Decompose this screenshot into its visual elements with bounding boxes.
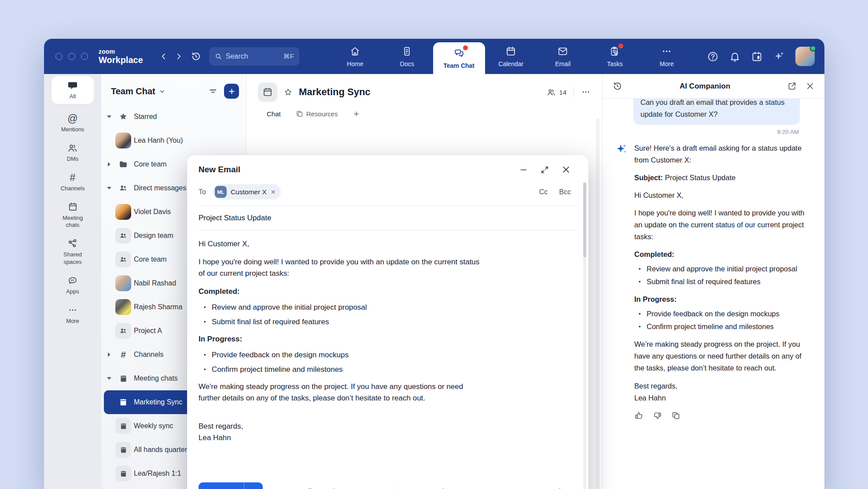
chat-list-title: Team Chat bbox=[111, 86, 155, 96]
email-signoff: Best regards, bbox=[199, 421, 484, 432]
chevron-expanded-icon[interactable] bbox=[107, 115, 111, 118]
emoji-button[interactable] bbox=[329, 488, 339, 489]
nav-tab-email[interactable]: Email bbox=[537, 39, 589, 74]
traffic-light-close[interactable] bbox=[55, 53, 63, 60]
encrypt-button[interactable] bbox=[413, 488, 423, 489]
chevron-collapsed-icon[interactable] bbox=[108, 162, 110, 167]
send-button[interactable]: Send bbox=[199, 482, 244, 489]
at-icon: @ bbox=[67, 113, 77, 124]
to-field[interactable]: To ML Customer X ✕ Cc Bcc bbox=[199, 182, 577, 206]
ai-history-button[interactable] bbox=[612, 81, 622, 91]
ai-in-progress-list: Provide feedback on the design mockups C… bbox=[637, 308, 808, 333]
navbar-right bbox=[707, 47, 815, 66]
thumbs-up-button[interactable] bbox=[634, 411, 644, 420]
ai-signature: Lea Hahn bbox=[634, 392, 808, 404]
signature-button[interactable] bbox=[436, 488, 446, 489]
chevron-collapsed-icon[interactable] bbox=[108, 352, 110, 357]
members-button[interactable]: 14 bbox=[547, 88, 566, 97]
modal-scrollbar-thumb[interactable] bbox=[583, 182, 586, 257]
member-count: 14 bbox=[559, 89, 566, 96]
email-icon bbox=[557, 45, 568, 57]
nav-tab-team-chat[interactable]: Team Chat bbox=[433, 42, 485, 74]
history-button[interactable] bbox=[188, 48, 204, 64]
modal-scrollbar-track[interactable] bbox=[583, 182, 586, 489]
ai-compose-button[interactable] bbox=[483, 488, 493, 489]
user-avatar[interactable] bbox=[795, 47, 815, 66]
rail-item-meeting-chats[interactable]: Meeting chats bbox=[56, 202, 89, 230]
format-button[interactable] bbox=[282, 488, 292, 489]
traffic-light-zoom[interactable] bbox=[81, 53, 88, 60]
nav-tab-docs[interactable]: Docs bbox=[381, 39, 433, 74]
section-starred[interactable]: Starred bbox=[101, 105, 246, 129]
search-input[interactable]: Search ⌘F bbox=[209, 47, 299, 66]
tab-chat[interactable]: Chat bbox=[267, 110, 281, 118]
filter-button[interactable] bbox=[208, 86, 218, 96]
template-button[interactable] bbox=[460, 488, 470, 489]
chat-list-title-button[interactable]: Team Chat bbox=[111, 86, 166, 96]
file-icon bbox=[305, 488, 316, 489]
chat-item-lea-hanh[interactable]: Lea Hanh (You) bbox=[101, 129, 246, 152]
rail-item-shared-spaces[interactable]: Shared spaces bbox=[56, 238, 89, 266]
chevron-expanded-icon[interactable] bbox=[107, 187, 111, 189]
message-timestamp: 9:20 AM bbox=[615, 129, 799, 135]
nav-tab-home[interactable]: Home bbox=[329, 39, 381, 74]
expand-button[interactable] bbox=[540, 165, 549, 174]
chat-list-header: Team Chat bbox=[101, 81, 246, 105]
remove-recipient-icon[interactable]: ✕ bbox=[271, 189, 276, 196]
rail-item-channels[interactable]: # Channels bbox=[61, 172, 85, 193]
close-button[interactable] bbox=[561, 165, 571, 174]
rail-item-more[interactable]: More bbox=[66, 305, 79, 325]
cc-button[interactable]: Cc bbox=[539, 188, 548, 196]
tab-resources[interactable]: Resources bbox=[296, 110, 338, 118]
rail-item-all[interactable]: All bbox=[51, 76, 94, 104]
subject-field[interactable]: Project Status Update bbox=[199, 206, 577, 230]
forward-button[interactable] bbox=[171, 49, 186, 64]
chevron-right-icon bbox=[174, 52, 183, 61]
bcc-button[interactable]: Bcc bbox=[559, 188, 571, 196]
ai-sparkle-icon bbox=[615, 142, 628, 420]
minimize-button[interactable] bbox=[519, 165, 528, 174]
chevron-down-icon bbox=[159, 88, 166, 95]
favorite-star-icon[interactable] bbox=[283, 88, 293, 97]
calendar-filled-icon bbox=[113, 374, 134, 383]
docs-icon bbox=[401, 45, 412, 57]
image-button[interactable] bbox=[352, 488, 362, 489]
ai-close-button[interactable] bbox=[805, 82, 815, 91]
chat-scrollbar[interactable] bbox=[596, 118, 600, 489]
attach-file-button[interactable] bbox=[305, 488, 316, 489]
help-icon[interactable] bbox=[707, 51, 719, 63]
nav-tab-label: Email bbox=[555, 60, 570, 67]
schedule-icon[interactable] bbox=[751, 51, 763, 63]
recipient-chip[interactable]: ML Customer X ✕ bbox=[213, 184, 281, 200]
add-tab-button[interactable] bbox=[353, 110, 360, 118]
nav-tab-tasks[interactable]: Tasks bbox=[589, 39, 641, 74]
ai-companion-icon[interactable] bbox=[773, 50, 785, 63]
ai-greeting: Hi Customer X, bbox=[634, 189, 808, 201]
thumbs-up-icon bbox=[634, 411, 644, 420]
rail-item-dms[interactable]: DMs bbox=[67, 143, 79, 163]
new-chat-button[interactable] bbox=[224, 84, 239, 99]
email-body-editor[interactable]: Hi Customer X, I hope you're doing well!… bbox=[199, 230, 484, 477]
rail-item-mentions[interactable]: @ Mentions bbox=[61, 113, 85, 133]
rail-item-apps[interactable]: Apps bbox=[66, 275, 79, 296]
rail-item-label: Apps bbox=[66, 288, 79, 296]
top-navbar: zoom Workplace Search ⌘F Home bbox=[44, 39, 824, 74]
open-external-button[interactable] bbox=[787, 82, 797, 91]
discard-draft-button[interactable] bbox=[555, 488, 565, 489]
chat-more-button[interactable] bbox=[581, 87, 591, 97]
thumbs-down-button[interactable] bbox=[653, 411, 662, 420]
window-controls[interactable] bbox=[55, 53, 88, 60]
traffic-light-minimize[interactable] bbox=[68, 53, 75, 60]
send-options-button[interactable] bbox=[244, 482, 263, 489]
modal-header: New Email bbox=[199, 155, 577, 182]
copy-button[interactable] bbox=[671, 411, 680, 420]
row-label: Lea Hanh (You) bbox=[134, 137, 243, 144]
back-button[interactable] bbox=[156, 49, 171, 64]
nav-tab-label: Team Chat bbox=[444, 62, 475, 69]
search-shortcut: ⌘F bbox=[283, 52, 294, 60]
plus-icon bbox=[228, 87, 236, 96]
nav-tab-more[interactable]: More bbox=[641, 39, 693, 74]
notifications-icon[interactable] bbox=[729, 51, 741, 63]
nav-tab-calendar[interactable]: Calendar bbox=[485, 39, 537, 74]
chevron-expanded-icon[interactable] bbox=[107, 377, 111, 380]
